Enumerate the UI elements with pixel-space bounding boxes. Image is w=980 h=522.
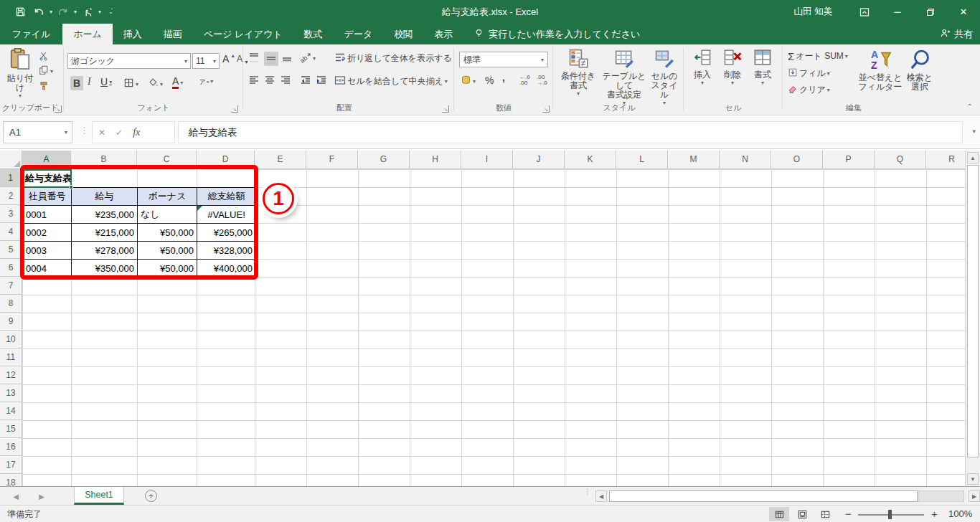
tab-formulas[interactable]: 数式	[293, 24, 334, 44]
user-name[interactable]: 山田 知美	[794, 6, 832, 18]
increase-decimal-button[interactable]: ←.0 .00	[519, 75, 530, 86]
tell-me-box[interactable]: 実行したい作業を入力してください	[473, 24, 640, 44]
ribbon-display-options-icon[interactable]	[848, 0, 881, 24]
scroll-right-icon[interactable]: ▶	[969, 490, 980, 502]
orientation-button[interactable]: ab▾	[300, 52, 316, 65]
row-header-6[interactable]: 6	[0, 259, 22, 277]
row-header-5[interactable]: 5	[0, 241, 22, 259]
cut-button[interactable]	[39, 51, 49, 63]
row-header-12[interactable]: 12	[0, 366, 22, 384]
sort-filter-button[interactable]: AZ 並べ替えと フィルター	[858, 48, 903, 92]
row-header-1[interactable]: 1	[0, 169, 22, 187]
tab-review[interactable]: 校閲	[383, 24, 423, 44]
fill-color-button[interactable]: ▾	[148, 77, 163, 90]
top-align-button[interactable]	[248, 52, 260, 63]
underline-button[interactable]: U▾	[100, 76, 112, 87]
row-header-13[interactable]: 13	[0, 384, 22, 402]
font-dialog-launcher-icon[interactable]	[231, 105, 238, 113]
zoom-out-button[interactable]: −	[845, 508, 852, 520]
font-size-combobox[interactable]: 11▾	[192, 53, 220, 69]
new-sheet-button[interactable]: +	[145, 490, 157, 502]
row-header-4[interactable]: 4	[0, 223, 22, 241]
column-header-J[interactable]: J	[513, 151, 565, 169]
clipboard-dialog-launcher-icon[interactable]	[55, 105, 62, 113]
insert-function-icon[interactable]: fx	[133, 127, 140, 138]
sheet-next-icon[interactable]: ▶	[32, 487, 52, 506]
conditional-formatting-button[interactable]: ≠ 条件付き 書式▾	[558, 48, 598, 97]
tab-file[interactable]: ファイル	[0, 24, 62, 44]
format-as-table-button[interactable]: テーブルとして 書式設定▾	[601, 48, 647, 106]
row-header-3[interactable]: 3	[0, 205, 22, 223]
italic-button[interactable]: I	[88, 76, 91, 87]
horizontal-scrollbar-thumb[interactable]	[609, 490, 918, 502]
grow-font-button[interactable]: A▲	[222, 53, 235, 65]
tab-insert[interactable]: 挿入	[113, 24, 153, 44]
minimize-button[interactable]: ─	[881, 0, 914, 24]
phonetic-guide-button[interactable]: ァ≡▾	[198, 76, 213, 87]
row-header-2[interactable]: 2	[0, 187, 22, 205]
merge-center-button[interactable]: セルを結合して中央揃え ▾	[334, 75, 448, 88]
delete-cells-button[interactable]: 削除▾	[719, 48, 746, 86]
view-page-break-icon[interactable]	[815, 507, 835, 521]
find-select-button[interactable]: 検索と 選択	[903, 48, 937, 92]
scroll-left-icon[interactable]: ◀	[595, 490, 607, 502]
column-header-R[interactable]: R	[926, 151, 965, 169]
zoom-slider-handle[interactable]	[888, 510, 892, 519]
tab-view[interactable]: 表示	[423, 24, 463, 44]
row-header-10[interactable]: 10	[0, 331, 22, 348]
column-header-H[interactable]: H	[410, 151, 461, 169]
fill-button[interactable]: フィル▾	[788, 67, 830, 80]
decrease-decimal-button[interactable]: .00 →.0	[537, 75, 547, 86]
bold-button[interactable]: B	[70, 76, 83, 90]
tab-home[interactable]: ホーム	[62, 24, 113, 44]
column-header-Q[interactable]: Q	[875, 151, 926, 169]
middle-align-button[interactable]	[264, 52, 278, 66]
copy-button[interactable]: ▾	[39, 65, 53, 77]
column-header-O[interactable]: O	[771, 151, 823, 169]
tab-splitter[interactable]: ⋮	[584, 490, 591, 494]
column-header-M[interactable]: M	[668, 151, 720, 169]
font-color-button[interactable]: A▾	[172, 76, 183, 89]
horizontal-scrollbar[interactable]: ◀ ▶	[595, 489, 980, 503]
decrease-indent-button[interactable]	[300, 75, 311, 86]
share-button[interactable]: 共有	[940, 24, 973, 44]
scroll-down-icon[interactable]: ▼	[967, 473, 979, 485]
row-header-9[interactable]: 9	[0, 313, 22, 331]
tab-draw[interactable]: 描画	[153, 24, 193, 44]
alignment-dialog-launcher-icon[interactable]	[442, 105, 449, 113]
view-normal-icon[interactable]	[769, 507, 789, 521]
name-box[interactable]: A1 ▾	[3, 121, 72, 143]
column-header-F[interactable]: F	[306, 151, 358, 169]
expand-formula-bar-icon[interactable]: ▾	[972, 128, 976, 135]
cell-styles-button[interactable]: セルの スタイル▾	[649, 48, 680, 106]
bottom-align-button[interactable]	[281, 52, 293, 63]
number-format-combobox[interactable]: 標準▾	[459, 52, 548, 67]
row-header-16[interactable]: 16	[0, 438, 22, 456]
column-header-K[interactable]: K	[565, 151, 616, 169]
row-header-8[interactable]: 8	[0, 295, 22, 313]
select-all-corner[interactable]	[0, 151, 22, 169]
insert-cells-button[interactable]: 挿入▾	[689, 48, 716, 86]
tab-data[interactable]: データ	[334, 24, 384, 44]
column-header-G[interactable]: G	[358, 151, 410, 169]
tab-page-layout[interactable]: ページ レイアウト	[193, 24, 293, 44]
zoom-in-button[interactable]: +	[931, 508, 938, 520]
font-name-combobox[interactable]: 游ゴシック▾	[67, 53, 191, 69]
align-left-button[interactable]	[248, 75, 260, 86]
close-button[interactable]: ✕	[947, 0, 980, 24]
row-header-18[interactable]: 18	[0, 474, 22, 486]
row-header-17[interactable]: 17	[0, 456, 22, 474]
cancel-icon[interactable]: ✕	[98, 128, 105, 138]
percent-style-button[interactable]: %	[485, 75, 494, 86]
formula-input[interactable]: 給与支給表	[178, 121, 963, 143]
column-header-P[interactable]: P	[823, 151, 875, 169]
number-dialog-launcher-icon[interactable]	[542, 105, 550, 113]
row-header-7[interactable]: 7	[0, 277, 22, 295]
format-cells-button[interactable]: 書式▾	[749, 48, 776, 86]
restore-button[interactable]	[914, 0, 947, 24]
increase-indent-button[interactable]	[316, 75, 327, 86]
borders-button[interactable]: ▾	[123, 77, 138, 90]
column-header-N[interactable]: N	[720, 151, 771, 169]
column-header-L[interactable]: L	[616, 151, 668, 169]
tab-sheet1[interactable]: Sheet1	[74, 487, 124, 505]
